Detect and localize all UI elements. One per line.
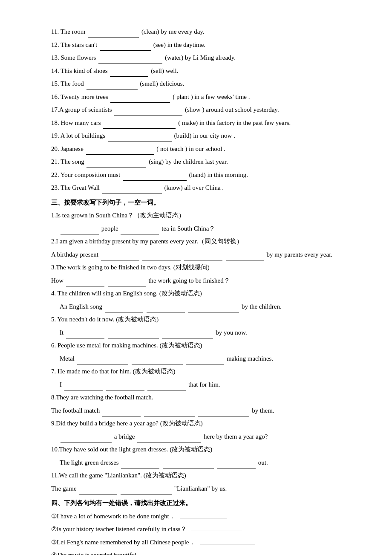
blank-19[interactable] [108,142,172,142]
blank-s3-q10-1[interactable] [121,468,159,468]
s3-q2-prompt: 2.I am given a birthday present by my pa… [51,235,341,248]
blank-s4-q2[interactable] [191,531,242,531]
blank-s3-q2-2[interactable] [142,260,181,260]
blank-s3-q4-2[interactable] [147,312,185,312]
blank-s3-q9-1[interactable] [61,442,112,442]
s3-q5-prompt: 5. You needn't do it now. (改为被动语态) [51,313,341,326]
blank-s3-q6-1[interactable] [77,364,128,364]
blank-s3-q2-4[interactable] [226,260,264,260]
blank-12[interactable] [100,50,151,51]
blank-s3-q6-3[interactable] [186,364,224,364]
blank-s3-q8-2[interactable] [144,416,195,416]
blank-s3-q2-1[interactable] [101,260,139,260]
blank-s3-q8-1[interactable] [102,416,141,416]
s3-q10-prompt: 10.They have sold out the light green dr… [51,443,341,456]
s4-q4: ④The music is sounded beautiful. [51,549,341,555]
s3-q1-answer: people tea in South China？ [60,223,341,235]
section4-title: 四、下列各句均有一处错误，请找出并改正过来。 [51,497,341,509]
blank-15[interactable] [86,90,138,90]
line-12: 12. The stars can't (see) in the daytime… [51,39,341,51]
blank-s3-q10-2[interactable] [163,468,214,468]
s3-q6-answer: Metal making machines. [60,353,341,365]
blank-s3-q3-2[interactable] [108,286,146,286]
blank-11[interactable] [88,38,139,38]
s3-q9-prompt: 9.Did they build a bridge here a year ag… [51,417,341,430]
s3-q11-answer: The game "Lianliankan" by us. [51,483,341,495]
blank-s3-q9-2[interactable] [137,442,201,442]
exercise-content: 11. The room (clean) by me every day. 12… [51,26,341,555]
s3-q7-answer: I that for him. [60,379,341,391]
blank-s3-q5-3[interactable] [162,338,213,338]
s3-q3-prompt: 3.The work is going to be finished in tw… [51,261,341,274]
s3-q8-answer: The football match by them. [51,405,341,417]
blank-s3-q10-3[interactable] [217,468,256,468]
blank-s4-q1[interactable] [180,518,227,518]
blank-s3-q8-3[interactable] [198,416,249,416]
blank-18[interactable] [103,128,176,129]
blank-s3-q5-2[interactable] [108,338,159,338]
s3-q2-answer: A birthday present by my parents every y… [51,249,341,261]
s3-q4-prompt: 4. The children will sing an English son… [51,287,341,300]
blank-20[interactable] [86,154,154,155]
blank-s3-q4-3[interactable] [188,312,239,312]
blank-s3-q5-1[interactable] [66,338,104,338]
section3-title: 三、按要求改写下列句子，一空一词。 [51,197,341,209]
line-14: 14. This kind of shoes (sell) well. [51,65,341,77]
s3-q7-prompt: 7. He made me do that for him. (改为被动语态) [51,365,341,378]
blank-22[interactable] [123,180,187,181]
line-15: 15. The food (smell) delicious. [51,78,341,90]
blank-14[interactable] [110,76,148,77]
s4-q2: ②Is your history teacher listened carefu… [51,523,341,535]
blank-s3-q7-1[interactable] [64,390,103,390]
s3-q1-prompt: 1.Is tea grown in South China？（改为主动语态） [51,209,341,222]
line-22: 22. Your composition must (hand) in this… [51,169,341,181]
blank-s3-q2-3[interactable] [184,260,222,260]
line-19: 19. A lot of buildings (build) in our ci… [51,130,341,142]
blank-s3-q3-1[interactable] [66,286,104,286]
s3-q4-answer: An English song by the children. [60,301,341,313]
s3-q3-answer: How the work going to be finished？ [51,275,341,287]
line-13: 13. Some flowers (water) by Li Ming alre… [51,52,341,64]
blank-s3-q1-1[interactable] [61,234,99,234]
line-11: 11. The room (clean) by me every day. [51,26,341,38]
blank-13[interactable] [98,64,162,64]
s3-q8-prompt: 8.They are watching the football match. [51,391,341,404]
line-23: 23. The Great Wall (know) all over China… [51,182,341,194]
blank-s3-q11-2[interactable] [121,494,172,494]
blank-s3-q11-1[interactable] [79,494,117,494]
blank-s3-q7-3[interactable] [147,390,186,390]
s3-q6-prompt: 6. People use metal for making machines.… [51,339,341,352]
s4-q3: ③Lei Feng's name remembered by all Chine… [51,536,341,549]
blank-s3-q7-2[interactable] [106,390,144,390]
blank-21[interactable] [86,168,146,168]
blank-s3-q4-1[interactable] [105,312,143,312]
line-21: 21. The song (sing) by the children last… [51,156,341,168]
blank-23[interactable] [102,194,162,194]
s3-q11-prompt: 11.We call the game "Lianliankan". (改为被动… [51,469,341,482]
line-20: 20. Japanese ( not teach ) in our school… [51,143,341,155]
s3-q10-answer: The light green dresses out. [60,457,341,469]
line-17: 17.A group of scientists (show ) around … [51,104,341,116]
line-18: 18. How many cars ( make) in this factor… [51,117,341,129]
blank-s3-q1-2[interactable] [121,234,159,234]
blank-s3-q6-2[interactable] [132,364,183,364]
blank-17[interactable] [114,116,182,116]
line-16: 16. Twenty more trees ( plant ) in a few… [51,91,341,103]
s3-q5-answer: It by you now. [60,327,341,339]
blank-16[interactable] [110,102,170,103]
blank-s4-q3[interactable] [200,544,255,544]
s4-q1: ①I have a lot of homework to be done ton… [51,510,341,523]
num-11: 11. The room [51,28,85,35]
s3-q9-answer: a bridge here by them a year ago? [60,431,341,443]
